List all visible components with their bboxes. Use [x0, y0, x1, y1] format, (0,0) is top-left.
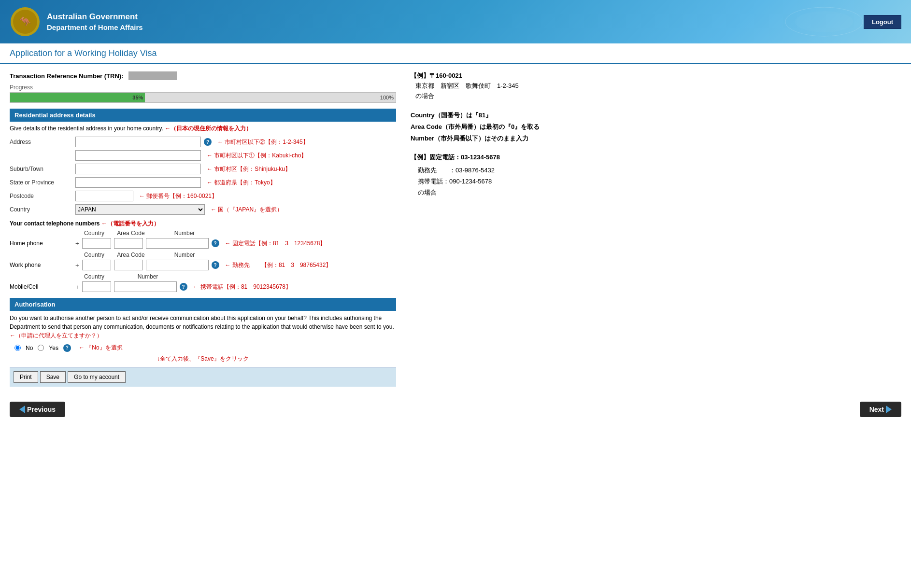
work-phone-help-icon[interactable]: ? — [212, 261, 219, 269]
previous-arrow-icon — [19, 406, 25, 413]
auth-text: Do you want to authorise another person … — [10, 314, 396, 340]
mobile-phone-help-icon[interactable]: ? — [180, 283, 187, 291]
header-left: 🦘 Australian Government Department of Ho… — [10, 6, 143, 38]
progress-percent: 35% — [132, 95, 143, 100]
trn-row: Transaction Reference Number (TRN): — [10, 71, 396, 80]
home-phone-ann: ← 固定電話【例：81 3 12345678】 — [225, 239, 326, 248]
main-container: Transaction Reference Number (TRN): Prog… — [0, 64, 911, 394]
phone-ex-3: の場合 — [418, 187, 901, 198]
phone-ann-3: Number（市外局番以下）はそのまま入力 — [411, 134, 901, 143]
page-title-bar: Application for a Working Holiday Visa — [0, 43, 911, 64]
form-intro: Give details of the residential address … — [10, 125, 396, 133]
progress-max: 100% — [380, 95, 394, 100]
radio-yes[interactable] — [38, 345, 44, 351]
map-decoration — [776, 2, 872, 42]
col-number-header-2: Number — [151, 252, 218, 258]
suburb-input[interactable] — [75, 164, 201, 174]
address-input-2[interactable] — [75, 150, 201, 161]
postcode-row: Postcode ← 郵便番号【例：160-0021】 — [10, 191, 396, 201]
address-ann-2: ← 市町村区以下①【例：Kabuki-cho】 — [207, 152, 307, 160]
state-input[interactable] — [75, 177, 201, 188]
next-arrow-icon — [886, 406, 892, 413]
form-section: Transaction Reference Number (TRN): Prog… — [10, 71, 396, 387]
phone-ex-2: 携帯電話：090-1234-5678 — [418, 176, 901, 187]
suburb-label: Suburb/Town — [10, 166, 72, 172]
mobile-number-input[interactable] — [114, 281, 177, 292]
country-select[interactable]: JAPAN AUSTRALIA OTHER — [75, 204, 205, 215]
radio-no-label: No — [26, 345, 33, 351]
print-button[interactable]: Print — [14, 371, 38, 383]
suburb-row: Suburb/Town ← 市町村区【例：Shinjuku-ku】 — [10, 164, 396, 174]
header-title: Australian Government Department of Home… — [47, 11, 143, 33]
address-ann-1: ← 市町村区以下②【例：1-2-345】 — [217, 138, 309, 146]
mobile-plus: + — [75, 283, 79, 291]
address-help-icon-1[interactable]: ? — [204, 138, 212, 146]
ann-example-detail1: 東京都 新宿区 歌舞伎町 1-2-345 — [415, 81, 901, 91]
col-area-header-2: Area Code — [114, 252, 148, 258]
address-example-block: 【例】〒160-0021 東京都 新宿区 歌舞伎町 1-2-345 の場合 — [411, 71, 901, 101]
suburb-ann: ← 市町村区【例：Shinjuku-ku】 — [207, 165, 291, 173]
col-country-header-2: Country — [77, 252, 111, 258]
country-ann: ← 国（『JAPAN』を選択） — [211, 206, 283, 214]
progress-bar-fill: 35% — [10, 93, 145, 102]
phone-section-label: Your contact telephone numbers ←（電話番号を入力… — [10, 220, 396, 228]
state-ann: ← 都道府県【例：Tokyo】 — [207, 179, 276, 187]
auth-note: ←（申請に代理人を立てますか？） — [10, 332, 102, 339]
radio-yes-label: Yes — [49, 345, 58, 351]
col-number-header: Number — [151, 230, 218, 237]
postcode-input[interactable] — [75, 191, 133, 201]
intro-note: ←（日本の現住所の情報を入力） — [165, 125, 252, 132]
mobile-phone-label: Mobile/Cell — [10, 283, 72, 290]
svg-point-4 — [795, 11, 853, 32]
home-phone-row: Home phone + ? ← 固定電話【例：81 3 12345678】 — [10, 238, 396, 249]
home-area-input[interactable] — [114, 238, 143, 249]
bottom-btn-row: Print Save Go to my account — [10, 367, 396, 387]
work-number-input[interactable] — [146, 260, 209, 270]
col-area-header: Area Code — [114, 230, 148, 237]
radio-note: ← 『No』を選択 — [79, 344, 123, 352]
country-row: Country JAPAN AUSTRALIA OTHER ← 国（『JAPAN… — [10, 204, 396, 215]
work-phone-ann: ← 勤務先 【例：81 3 98765432】 — [225, 261, 332, 269]
mobile-country-input[interactable] — [82, 281, 111, 292]
phone-annotation-block: Country（国番号）は『81』 Area Code（市外局番）は最初の『0』… — [411, 111, 901, 198]
address-input-1[interactable] — [75, 137, 201, 147]
goto-account-button[interactable]: Go to my account — [68, 371, 126, 383]
ann-example-title: 【例】〒160-0021 — [411, 71, 901, 80]
annotation-section: 【例】〒160-0021 東京都 新宿区 歌舞伎町 1-2-345 の場合 Co… — [406, 71, 901, 387]
page-title: Application for a Working Holiday Visa — [10, 48, 901, 58]
home-number-input[interactable] — [146, 238, 209, 249]
radio-no[interactable] — [14, 345, 21, 351]
work-country-input[interactable] — [82, 260, 111, 270]
previous-button[interactable]: Previous — [10, 402, 65, 417]
home-phone-label: Home phone — [10, 240, 72, 247]
nav-row: Previous Next — [0, 397, 911, 422]
save-note: ↓全て入力後、『Save』をクリック — [10, 355, 396, 363]
radio-row: No Yes ? ← 『No』を選択 — [14, 344, 396, 352]
address-row-1: Address ? ← 市町村区以下②【例：1-2-345】 — [10, 137, 396, 147]
home-phone-help-icon[interactable]: ? — [212, 239, 219, 247]
auth-help-icon[interactable]: ? — [63, 344, 71, 352]
phone-ann-1: Country（国番号）は『81』 — [411, 111, 901, 120]
state-label: State or Province — [10, 179, 72, 186]
phone-ex-1: 勤務先 ：03-9876-5432 — [418, 165, 901, 176]
work-area-input[interactable] — [114, 260, 143, 270]
phone-ann-2: Area Code（市外局番）は最初の『0』を取る — [411, 123, 901, 131]
home-country-input[interactable] — [82, 238, 111, 249]
work-phone-row: Work phone + ? ← 勤務先 【例：81 3 98765432】 — [10, 260, 396, 270]
ann-example-detail2: の場合 — [415, 91, 901, 101]
country-label: Country — [10, 206, 72, 213]
progress-label: Progress — [10, 84, 396, 91]
mobile-phone-row: Mobile/Cell + ? ← 携帯電話【例：81 9012345678】 — [10, 281, 396, 292]
save-button[interactable]: Save — [40, 371, 66, 383]
state-row: State or Province ← 都道府県【例：Tokyo】 — [10, 177, 396, 188]
work-phone-label: Work phone — [10, 262, 72, 268]
phone-ex-title: 【例】固定電話：03-1234-5678 — [411, 153, 901, 162]
next-button[interactable]: Next — [860, 402, 901, 417]
next-label: Next — [869, 406, 884, 413]
col-country-header: Country — [77, 230, 111, 237]
coat-of-arms-icon: 🦘 — [10, 6, 41, 38]
postcode-label: Postcode — [10, 193, 72, 199]
authorisation-section-header: Authorisation — [10, 298, 396, 311]
postcode-ann: ← 郵便番号【例：160-0021】 — [139, 192, 217, 200]
header: 🦘 Australian Government Department of Ho… — [0, 0, 911, 43]
